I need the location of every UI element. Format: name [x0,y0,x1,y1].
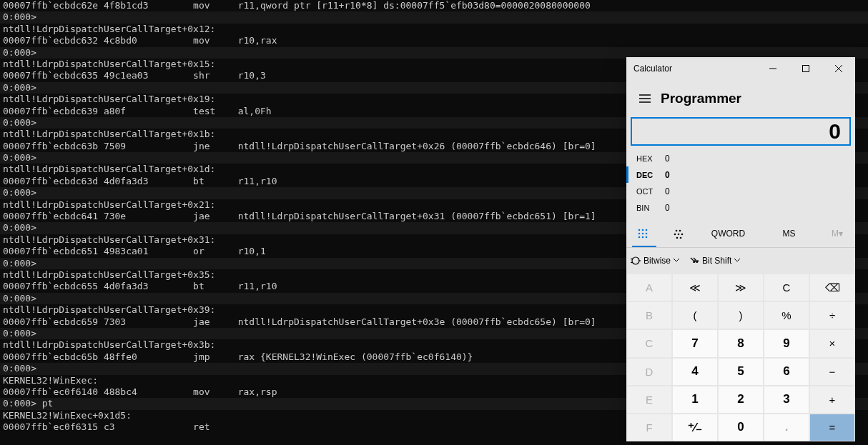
svg-point-12 [646,233,648,235]
base-label: HEX [636,154,665,163]
close-button[interactable] [822,57,855,80]
keypad: A ≪ ≫ C ⌫ B ( ) % ÷ C 7 8 9 × D 4 5 6 − … [626,274,855,441]
chevron-down-icon [734,259,740,263]
base-value: 0 [665,203,670,213]
tabs: QWORD MS M▾ [626,220,855,248]
svg-point-15 [646,236,648,239]
base-label: DEC [636,171,665,179]
bitwise-dropdown[interactable]: Bitwise [631,256,679,266]
hamburger-icon [639,94,651,103]
bitwise-icon [631,256,641,266]
bitshift-label: Bit Shift [702,256,731,266]
svg-point-16 [676,230,678,232]
key-5[interactable]: 5 [719,359,763,385]
svg-point-14 [642,236,644,239]
key-f[interactable]: F [627,414,671,441]
key-plus-minus[interactable]: ⁺∕₋ [673,414,717,441]
menu-button[interactable] [631,84,659,113]
window-title: Calculator [626,64,756,74]
key-multiply[interactable]: × [810,330,854,356]
key-rshift[interactable]: ≫ [719,274,763,301]
terminal-line: 00007ffb`ecbdc62e 4f8b1cd3 mov r11,qword… [0,0,868,11]
key-backspace[interactable]: ⌫ [810,274,854,301]
svg-point-9 [646,229,648,231]
svg-point-10 [638,233,641,235]
calculator-window: Calculator Programmer 0 HEX0DEC0OCT0BIN0… [626,57,855,441]
base-label: BIN [636,204,665,212]
bitshift-dropdown[interactable]: Bit Shift [689,256,740,266]
base-oct[interactable]: OCT0 [626,183,855,199]
key-0[interactable]: 0 [719,414,763,441]
key-percent[interactable]: % [764,302,809,329]
header: Programmer [626,80,855,117]
svg-point-8 [642,229,644,231]
tab-memory-dropdown[interactable]: M▾ [819,220,855,247]
svg-point-20 [681,234,684,236]
svg-point-17 [679,230,681,232]
tab-qword[interactable]: QWORD [698,220,759,247]
key-6[interactable]: 6 [764,359,809,385]
svg-point-18 [674,234,676,236]
base-hex[interactable]: HEX0 [626,150,855,166]
minimize-button[interactable] [756,57,789,80]
key-3[interactable]: 3 [764,386,809,413]
maximize-button[interactable] [789,57,822,80]
svg-point-21 [676,237,679,239]
base-value: 0 [665,154,670,164]
key-4[interactable]: 4 [673,359,717,385]
key-divide[interactable]: ÷ [810,302,854,329]
svg-point-23 [632,257,639,264]
calculator-mode: Programmer [659,91,741,106]
svg-point-19 [678,234,680,236]
key-lshift[interactable]: ≪ [673,274,717,301]
key-add[interactable]: + [810,386,854,413]
base-label: OCT [636,187,665,196]
base-dec[interactable]: DEC0 [626,166,855,183]
svg-point-13 [638,236,641,239]
key-e[interactable]: E [627,386,671,413]
base-value: 0 [665,170,670,180]
key-7[interactable]: 7 [673,330,717,356]
svg-rect-1 [803,66,809,72]
key-2[interactable]: 2 [719,386,763,413]
key-b[interactable]: B [627,302,671,329]
tab-full-keypad[interactable] [626,220,662,247]
key-subtract[interactable]: − [810,359,854,385]
bitwise-label: Bitwise [643,256,671,266]
key-1[interactable]: 1 [673,386,717,413]
display-value: 0 [829,119,841,144]
key-rparen[interactable]: ) [719,302,763,329]
key-9[interactable]: 9 [764,330,809,356]
key-d[interactable]: D [627,359,671,385]
bitshift-icon [689,256,699,265]
base-value: 0 [665,186,670,196]
base-list: HEX0DEC0OCT0BIN0 [626,146,855,220]
titlebar[interactable]: Calculator [626,57,855,80]
display[interactable]: 0 [631,117,851,146]
key-c[interactable]: C [627,330,671,356]
keypad-icon [638,229,651,239]
function-row: Bitwise Bit Shift [626,248,855,274]
tab-memory-store[interactable]: MS [759,220,819,247]
terminal-line: ntdll!LdrpDispatchUserCallTarget+0x12: [0,24,868,35]
key-equals[interactable]: = [810,414,854,441]
key-8[interactable]: 8 [719,330,763,356]
tab-bit-toggle[interactable] [662,220,698,247]
key-clear[interactable]: C [764,274,809,301]
key-lparen[interactable]: ( [673,302,717,329]
terminal-line: 0:000> [0,11,868,23]
key-a[interactable]: A [627,274,671,301]
terminal-line: 00007ffb`ecbdc632 4c8bd0 mov r10,rax [0,35,868,46]
svg-point-22 [680,237,682,239]
svg-point-7 [638,229,641,231]
key-decimal[interactable]: . [764,414,809,441]
chevron-down-icon [674,259,679,263]
bit-toggle-icon [674,229,686,239]
svg-point-11 [642,233,644,235]
base-bin[interactable]: BIN0 [626,199,855,216]
